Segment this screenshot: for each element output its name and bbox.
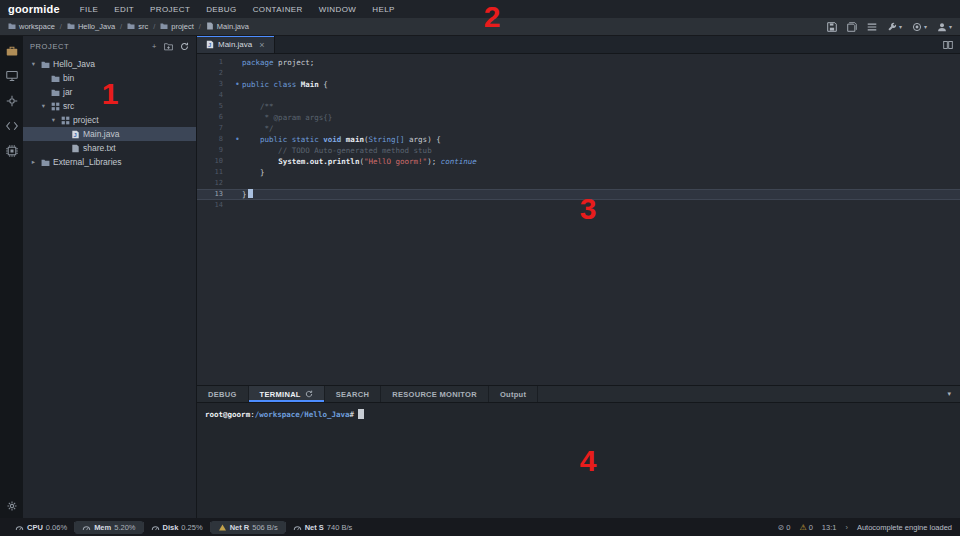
main-area: PROJECT + ▾Hello_Javabinjar▾src▾projectJ… bbox=[0, 36, 960, 518]
code-line-10[interactable]: 10 System.out.println("HellO goorm!"); c… bbox=[197, 156, 960, 167]
close-icon[interactable]: × bbox=[259, 40, 264, 50]
menu-item-debug[interactable]: DEBUG bbox=[198, 0, 244, 18]
resource-chip-icon[interactable] bbox=[6, 145, 18, 157]
menu-item-edit[interactable]: EDIT bbox=[106, 0, 142, 18]
pkg-icon bbox=[61, 116, 70, 125]
code-line-13[interactable]: 13} bbox=[197, 189, 960, 200]
user-menu[interactable] bbox=[937, 22, 952, 32]
chevron-right-icon[interactable]: › bbox=[845, 523, 848, 532]
breadcrumb-separator: / bbox=[120, 22, 122, 31]
breadcrumb-bar: workspace/Hello_Java/src/project/Main.ja… bbox=[0, 18, 960, 36]
new-folder-icon[interactable] bbox=[164, 42, 173, 51]
code-line-1[interactable]: 1package project; bbox=[197, 57, 960, 68]
code-line-14[interactable]: 14 bbox=[197, 200, 960, 211]
metric-label: Disk bbox=[163, 523, 179, 532]
code-line-11[interactable]: 11 } bbox=[197, 167, 960, 178]
panel-tab-terminal[interactable]: TERMINAL bbox=[249, 386, 325, 402]
tree-item-external-libraries[interactable]: ▸External_Libraries bbox=[23, 155, 196, 169]
terminal[interactable]: root@goorm:/workspace/Hello_Java# bbox=[197, 403, 960, 518]
breadcrumb: workspace/Hello_Java/src/project/Main.ja… bbox=[8, 22, 249, 32]
metric-value: 0.25% bbox=[181, 523, 202, 532]
line-number: 5 bbox=[197, 101, 233, 112]
chevron-down-icon[interactable]: ▾ bbox=[49, 116, 58, 124]
tab-main-java[interactable]: J Main.java × bbox=[197, 36, 275, 53]
menu-items: FILEEDITPROJECTDEBUGCONTAINERWINDOWHELP bbox=[72, 0, 403, 18]
tree-item-src[interactable]: ▾src bbox=[23, 99, 196, 113]
code-icon[interactable] bbox=[6, 120, 18, 132]
metric-value: 5.20% bbox=[114, 523, 135, 532]
tree-item-project[interactable]: ▾project bbox=[23, 113, 196, 127]
java-icon: J bbox=[71, 130, 80, 139]
breadcrumb-separator: / bbox=[60, 22, 62, 31]
tools-dropdown[interactable] bbox=[887, 22, 902, 32]
status-metric-net-r[interactable]: Net R506 B/s bbox=[211, 521, 285, 534]
split-editor-icon[interactable] bbox=[943, 40, 953, 50]
panel-tab-output[interactable]: Output bbox=[489, 386, 538, 402]
refresh-icon[interactable] bbox=[180, 42, 189, 51]
code-line-9[interactable]: 9 // TODO Auto-generated method stub bbox=[197, 145, 960, 156]
code-line-2[interactable]: 2 bbox=[197, 68, 960, 79]
cursor-position[interactable]: 13:1 bbox=[822, 523, 837, 532]
code-line-7[interactable]: 7 */ bbox=[197, 123, 960, 134]
run-target-dropdown[interactable] bbox=[912, 22, 927, 32]
tree-item-bin[interactable]: bin bbox=[23, 71, 196, 85]
save-all-icon[interactable] bbox=[847, 22, 857, 32]
window-icon[interactable] bbox=[6, 70, 18, 82]
code-token: * @param args{} bbox=[242, 113, 332, 122]
breadcrumb-item-main-java[interactable]: Main.java bbox=[206, 22, 249, 32]
warning-indicator[interactable]: ⚠ 0 bbox=[799, 523, 812, 532]
refresh-icon[interactable] bbox=[305, 390, 313, 398]
workspace-icon[interactable] bbox=[6, 45, 18, 57]
status-message: Autocomplete engine loaded bbox=[857, 523, 952, 532]
text-cursor bbox=[248, 189, 253, 198]
tree-item-jar[interactable]: jar bbox=[23, 85, 196, 99]
menu-item-container[interactable]: CONTAINER bbox=[245, 0, 311, 18]
breadcrumb-item-project[interactable]: project bbox=[160, 22, 194, 32]
editor-tabbar: J Main.java × bbox=[197, 36, 960, 54]
status-metric-net-s[interactable]: Net S740 B/s bbox=[286, 521, 360, 534]
code-line-4[interactable]: 4 bbox=[197, 90, 960, 101]
menu-item-window[interactable]: WINDOW bbox=[311, 0, 365, 18]
tree-item-share-txt[interactable]: share.txt bbox=[23, 141, 196, 155]
new-file-icon[interactable]: + bbox=[152, 42, 157, 51]
chevron-down-icon[interactable]: ▾ bbox=[29, 60, 38, 68]
code-token: System.out.println bbox=[278, 157, 359, 166]
status-metric-cpu[interactable]: CPU0.06% bbox=[8, 521, 74, 534]
line-number: 1 bbox=[197, 57, 233, 68]
gear-icon[interactable] bbox=[6, 500, 18, 512]
code-line-12[interactable]: 12 bbox=[197, 178, 960, 189]
panel-chevron-down-icon[interactable]: ▾ bbox=[947, 386, 960, 402]
code-line-3[interactable]: 3•public class Main { bbox=[197, 79, 960, 90]
menu-item-file[interactable]: FILE bbox=[72, 0, 107, 18]
code-line-8[interactable]: 8• public static void main(String[] args… bbox=[197, 134, 960, 145]
error-indicator[interactable]: ⊘ 0 bbox=[778, 523, 791, 532]
code-token: "HellO goorm!" bbox=[364, 157, 427, 166]
list-view-icon[interactable] bbox=[867, 22, 877, 32]
folder-icon bbox=[8, 22, 16, 32]
breadcrumb-separator: / bbox=[153, 22, 155, 31]
status-metric-disk[interactable]: Disk0.25% bbox=[144, 521, 210, 534]
breadcrumb-separator: / bbox=[199, 22, 201, 31]
code-editor[interactable]: 1package project;23•public class Main {4… bbox=[197, 54, 960, 385]
terminal-path: /workspace/Hello_Java bbox=[255, 410, 350, 419]
panel-tab-search[interactable]: SEARCH bbox=[325, 386, 381, 402]
code-line-6[interactable]: 6 * @param args{} bbox=[197, 112, 960, 123]
tree-item-main-java[interactable]: JMain.java bbox=[23, 127, 196, 141]
save-icon[interactable] bbox=[827, 22, 837, 32]
panel-tab-resource-monitor[interactable]: RESOURCE MONITOR bbox=[381, 386, 489, 402]
menu-item-help[interactable]: HELP bbox=[364, 0, 403, 18]
line-number: 3 bbox=[197, 79, 233, 90]
code-token: package bbox=[242, 58, 274, 67]
status-metric-mem[interactable]: Mem5.20% bbox=[75, 521, 142, 534]
chevron-right-icon[interactable]: ▸ bbox=[29, 158, 38, 166]
panel-tab-debug[interactable]: DEBUG bbox=[197, 386, 249, 402]
settings-hub-icon[interactable] bbox=[6, 95, 18, 107]
tree-item-hello-java[interactable]: ▾Hello_Java bbox=[23, 57, 196, 71]
menu-item-project[interactable]: PROJECT bbox=[142, 0, 198, 18]
breadcrumb-item-hello-java[interactable]: Hello_Java bbox=[67, 22, 115, 32]
breadcrumb-item-workspace[interactable]: workspace bbox=[8, 22, 55, 32]
breadcrumb-item-src[interactable]: src bbox=[127, 22, 148, 32]
chevron-down-icon[interactable]: ▾ bbox=[39, 102, 48, 110]
code-line-5[interactable]: 5 /** bbox=[197, 101, 960, 112]
code-token: public bbox=[242, 80, 269, 89]
